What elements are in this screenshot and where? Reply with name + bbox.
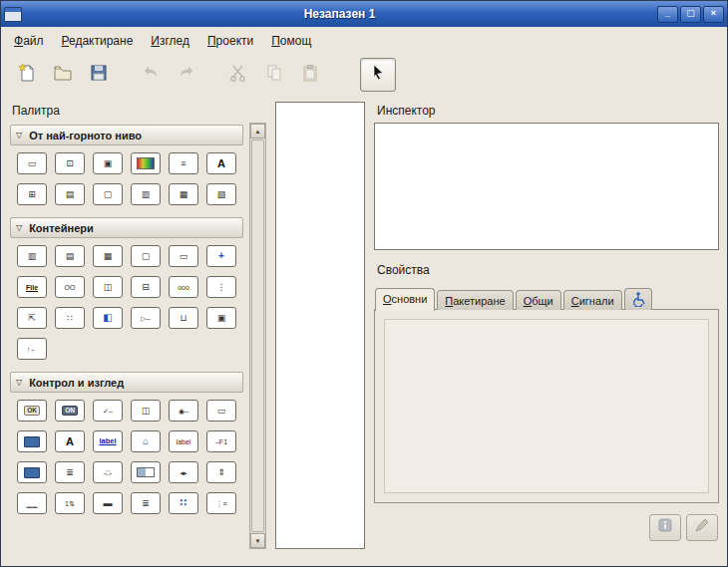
palette-widget-button[interactable]: [131, 152, 161, 174]
palette-widget-button[interactable]: File: [17, 276, 47, 298]
properties-editor-area[interactable]: [384, 319, 709, 493]
palette-widget-button[interactable]: ↑←: [17, 338, 47, 360]
copy-button[interactable]: [256, 58, 292, 92]
open-button[interactable]: [45, 58, 81, 92]
palette-widget-button[interactable]: ≣: [131, 492, 161, 514]
new-button[interactable]: [9, 58, 45, 92]
palette-widget-button[interactable]: ⋮: [206, 276, 236, 298]
info-button[interactable]: [649, 514, 681, 541]
scroll-down-icon[interactable]: ▼: [250, 533, 265, 548]
palette-widget-button[interactable]: [17, 430, 47, 452]
scrollbar-thumb[interactable]: [251, 140, 264, 532]
palette-section-header[interactable]: ▽ От най-горното ниво: [10, 125, 243, 145]
palette-scrollbar[interactable]: ▲ ▼: [249, 123, 266, 549]
palette-widget-icon: A: [66, 436, 74, 447]
maximize-button[interactable]: ▢: [680, 6, 701, 23]
tab-packing[interactable]: Пакетиране: [437, 290, 513, 310]
palette-widget-button[interactable]: ▤: [55, 245, 85, 267]
paste-button[interactable]: [292, 58, 328, 92]
inspector-view[interactable]: [374, 123, 719, 250]
palette-widget-button[interactable]: ▣: [206, 307, 236, 329]
palette-widget-button[interactable]: ✓–: [93, 400, 123, 422]
palette-widget-button[interactable]: ▭: [206, 400, 236, 422]
minimize-button[interactable]: _: [657, 6, 678, 23]
palette-widget-button[interactable]: ooo: [169, 276, 198, 298]
info-icon: [656, 516, 674, 538]
palette-widget-button[interactable]: ⋮≡: [206, 492, 236, 514]
palette-widget-button[interactable]: A: [55, 430, 85, 452]
menu-projects[interactable]: Проекти: [198, 31, 262, 51]
palette-widget-button[interactable]: +: [206, 245, 236, 267]
palette-widget-button[interactable]: ≣: [55, 461, 85, 483]
properties-title: Свойства: [374, 250, 719, 282]
palette-widget-button[interactable]: ▥: [131, 183, 161, 205]
palette-widget-button[interactable]: ⊔: [169, 307, 198, 329]
palette-widget-button[interactable]: ⌂: [131, 430, 161, 452]
tab-accessibility[interactable]: [624, 288, 652, 310]
palette-widget-icon: ▬: [104, 499, 113, 508]
palette-widget-button[interactable]: ▬: [93, 492, 123, 514]
palette-widget-button[interactable]: ▢: [93, 183, 123, 205]
palette-widget-icon: ↑←: [27, 346, 38, 353]
palette-widget-button[interactable]: ⊞: [17, 183, 47, 205]
palette-widget-button[interactable]: ⇕: [206, 461, 236, 483]
palette-widget-button[interactable]: ◫: [93, 276, 123, 298]
palette-widget-button[interactable]: ◧: [93, 307, 123, 329]
palette-widget-button[interactable]: ▢: [131, 245, 161, 267]
palette-widget-button[interactable]: A: [206, 152, 236, 174]
palette-widget-button[interactable]: ON: [55, 400, 85, 422]
cut-button[interactable]: [220, 58, 256, 92]
selector-button[interactable]: [360, 58, 396, 92]
titlebar[interactable]: Незапазен 1 _ ▢ ×: [1, 1, 727, 27]
palette-widget-icon: ▧: [217, 190, 226, 199]
palette-widget-button[interactable]: ∷: [169, 492, 198, 514]
save-button[interactable]: [81, 58, 117, 92]
palette-widget-button[interactable]: ▥: [17, 245, 47, 267]
palette-widget-button[interactable]: -□-: [93, 461, 123, 483]
palette-widget-button[interactable]: ⊟: [131, 276, 161, 298]
palette-widget-button[interactable]: ▦: [169, 183, 198, 205]
menu-edit[interactable]: Редактиране: [53, 31, 143, 51]
palette-widget-button[interactable]: [17, 461, 47, 483]
palette-widget-button[interactable]: ◫: [131, 400, 161, 422]
tab-general[interactable]: Основни: [375, 288, 435, 311]
palette-widget-button[interactable]: 1⇅: [55, 492, 85, 514]
palette-widget-button[interactable]: ≡: [169, 152, 198, 174]
palette-widget-button[interactable]: label: [93, 430, 123, 452]
palette-widget-button[interactable]: ▦: [93, 245, 123, 267]
palette-section-header[interactable]: ▽ Контейнери: [10, 217, 243, 238]
palette-widget-icon: ▦: [104, 252, 113, 261]
palette-widget-button[interactable]: ▷–: [131, 307, 161, 329]
palette-widget-button[interactable]: ▭: [169, 245, 198, 267]
palette-widget-button[interactable]: ▣: [93, 152, 123, 174]
palette-widget-button[interactable]: ◉–: [169, 400, 198, 422]
palette-widget-button[interactable]: ◂▸: [169, 461, 198, 483]
menu-file[interactable]: Файл: [5, 31, 53, 51]
undo-button[interactable]: [133, 58, 169, 92]
palette-widget-button[interactable]: OK: [17, 400, 47, 422]
palette-widget-button[interactable]: –F1: [206, 430, 236, 452]
palette-widget-button[interactable]: ▁▁: [17, 492, 47, 514]
tab-common[interactable]: Общи: [516, 290, 561, 310]
palette-section-header[interactable]: ▽ Контрол и изглед: [10, 372, 243, 393]
palette-widget-button[interactable]: ▭: [17, 152, 47, 174]
close-button[interactable]: ×: [703, 6, 724, 23]
scroll-up-icon[interactable]: ▲: [250, 124, 265, 139]
tab-signals[interactable]: Сигнали: [563, 290, 622, 310]
widget-tree-canvas[interactable]: [275, 102, 365, 549]
palette-widget-button[interactable]: OO: [55, 276, 85, 298]
palette-widget-button[interactable]: ⊡: [55, 152, 85, 174]
palette-widget-button[interactable]: label: [169, 430, 198, 452]
palette-section: ▽ От най-горното ниво ▭ ⊡: [9, 125, 244, 215]
palette-widget-button[interactable]: ⇱: [17, 307, 47, 329]
palette-widget-icon: ▥: [28, 252, 37, 261]
palette-widget-button[interactable]: ▤: [55, 183, 85, 205]
palette-widget-icon: [24, 436, 40, 447]
palette-widget-button[interactable]: ∷: [55, 307, 85, 329]
palette-widget-button[interactable]: [131, 461, 161, 483]
palette-widget-button[interactable]: ▧: [206, 183, 236, 205]
edit-style-button[interactable]: [686, 514, 718, 541]
menu-view[interactable]: Изглед: [142, 31, 198, 51]
redo-button[interactable]: [169, 58, 204, 92]
menu-help[interactable]: Помощ: [262, 31, 320, 51]
